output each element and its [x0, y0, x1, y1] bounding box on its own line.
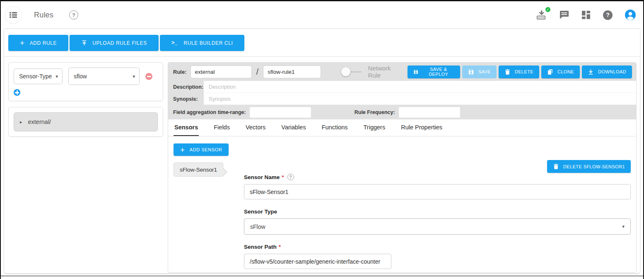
sensor-type-select[interactable]: sFlow ▾: [244, 218, 631, 235]
synopsis-input[interactable]: [204, 93, 636, 105]
sensor-name-input[interactable]: [244, 184, 631, 199]
add-rule-label: ADD RULE: [30, 40, 57, 46]
chat-icon: [560, 10, 569, 19]
rule-tabs: Sensors Fields Vectors Variables Functio…: [168, 119, 636, 136]
sensor-name-label: Sensor Name: [244, 174, 280, 180]
synopsis-row: Synopsis:: [168, 93, 636, 105]
topic-name-input[interactable]: [191, 66, 252, 78]
delete-button[interactable]: DELETE: [499, 66, 539, 78]
description-input[interactable]: [204, 81, 636, 93]
help-button[interactable]: ?: [603, 10, 613, 20]
save-button[interactable]: SAVE: [462, 66, 497, 78]
list-icon: [10, 12, 17, 18]
tab-functions[interactable]: Functions: [321, 119, 349, 136]
synopsis-label: Synopsis:: [168, 93, 204, 105]
chevron-down-icon: ▾: [133, 74, 135, 79]
topic-node-label: external/: [28, 119, 51, 125]
trash-icon: [504, 69, 511, 75]
rule-editor-panel: Rule: / Network Rule SAVE & DEPLOY: [168, 62, 637, 273]
save-icon: [468, 69, 474, 75]
clone-icon: [547, 69, 553, 75]
header-actions: ✓ ?: [536, 10, 636, 20]
add-sensor-button[interactable]: + ADD SENSOR: [174, 143, 229, 156]
delete-sensor-button[interactable]: DELETE SFLOW-SENSOR1: [547, 160, 631, 173]
tab-variables[interactable]: Variables: [280, 119, 306, 136]
rules-toolbar: + ADD RULE UPLOAD RULE FILES >_ RULE BUI…: [4, 29, 640, 57]
required-asterisk: *: [279, 244, 281, 250]
app-window: Rules ? ✓: [0, 0, 644, 279]
terminal-icon: >_: [171, 40, 178, 46]
delete-sensor-row: DELETE SFLOW-SENSOR1: [244, 160, 631, 173]
filter-value-text: sflow: [74, 73, 87, 80]
sensor-type-value: sFlow: [250, 223, 265, 230]
chevron-down-icon: ▾: [55, 74, 58, 79]
add-sensor-label: ADD SENSOR: [190, 147, 222, 152]
upload-rule-files-label: UPLOAD RULE FILES: [92, 40, 147, 46]
sensor-path-label: Sensor Path: [244, 244, 277, 250]
aggregation-row: Field aggregation time-range: Rule Frequ…: [168, 105, 636, 119]
sensor-name-help-icon[interactable]: ?: [287, 174, 294, 180]
apps-button[interactable]: [581, 10, 591, 19]
filter-field-select[interactable]: Sensor-Type ▾: [14, 68, 63, 84]
sensor-type-label-row: Sensor Type: [244, 209, 631, 215]
menu-button[interactable]: [5, 7, 22, 23]
page-bottom-divider: [1, 275, 643, 277]
sensor-type-label: Sensor Type: [244, 209, 277, 215]
tab-rule-properties[interactable]: Rule Properties: [400, 119, 443, 136]
plus-icon: +: [180, 146, 185, 154]
sensor-path-label-row: Sensor Path *: [244, 244, 631, 250]
rule-builder-cli-button[interactable]: >_ RULE BUILDER CLI: [160, 35, 245, 51]
tab-triggers[interactable]: Triggers: [363, 119, 386, 136]
sensors-tab-body: + ADD SENSOR sFlow-Sensor1 DELETE SFLOW-…: [168, 136, 636, 269]
upload-icon: [81, 40, 87, 46]
tab-fields[interactable]: Fields: [213, 119, 231, 136]
rule-frequency-input[interactable]: [398, 107, 461, 118]
app-header: Rules ? ✓: [1, 1, 643, 29]
topic-node-external[interactable]: ▸ external/: [14, 112, 158, 131]
filter-value-select[interactable]: sflow ▾: [68, 68, 140, 85]
save-label: SAVE: [478, 69, 491, 74]
chevron-down-icon: ▾: [622, 224, 625, 229]
rule-label: Rule:: [173, 69, 187, 75]
dashboard-grid-icon: [581, 10, 591, 19]
sensor-layout: sFlow-Sensor1 DELETE SFLOW-SENSOR1 Senso…: [174, 160, 631, 269]
add-rule-button[interactable]: + ADD RULE: [8, 35, 68, 51]
network-rule-toggle[interactable]: Network Rule: [342, 65, 404, 79]
filter-field-value: Sensor-Type: [19, 73, 52, 80]
sensor-path-input[interactable]: [244, 254, 391, 269]
tab-vectors[interactable]: Vectors: [245, 119, 266, 136]
save-icon: [413, 69, 418, 75]
rule-builder-cli-label: RULE BUILDER CLI: [183, 40, 233, 46]
page-title: Rules: [34, 11, 53, 19]
save-deploy-button[interactable]: SAVE & DEPLOY: [408, 66, 460, 78]
trash-icon: [553, 163, 559, 170]
download-button[interactable]: DOWNLOAD: [582, 66, 632, 78]
toggle-track: [342, 71, 361, 73]
success-badge-icon: ✓: [545, 6, 551, 13]
device-install-button[interactable]: ✓: [536, 10, 547, 20]
tab-sensors[interactable]: Sensors: [174, 119, 199, 136]
field-aggregation-label: Field aggregation time-range:: [173, 109, 246, 115]
topics-card: ▸ external/: [8, 107, 163, 137]
rule-name-input[interactable]: [263, 66, 321, 78]
field-aggregation-input[interactable]: [249, 107, 311, 118]
toggle-knob: [341, 67, 350, 76]
delete-sensor-label: DELETE SFLOW-SENSOR1: [563, 164, 625, 169]
sensor-list: sFlow-Sensor1: [174, 160, 234, 269]
account-button[interactable]: [625, 10, 636, 20]
upload-rule-files-button[interactable]: UPLOAD RULE FILES: [70, 35, 159, 51]
plus-icon: +: [20, 39, 25, 47]
page-help-icon[interactable]: ?: [69, 10, 78, 19]
required-asterisk: *: [282, 174, 284, 180]
download-icon: [588, 69, 594, 75]
clone-button[interactable]: CLONE: [541, 66, 580, 78]
add-filter-icon[interactable]: [14, 89, 20, 96]
save-deploy-label: SAVE & DEPLOY: [423, 67, 454, 77]
feedback-button[interactable]: [560, 10, 569, 19]
sensor-list-item[interactable]: sFlow-Sensor1: [174, 163, 223, 177]
remove-filter-icon[interactable]: [145, 73, 152, 80]
download-label: DOWNLOAD: [598, 69, 626, 74]
main-card: + ADD RULE UPLOAD RULE FILES >_ RULE BUI…: [4, 29, 640, 273]
content-area: Sensor-Type ▾ sflow ▾ ▸ extern: [4, 57, 640, 272]
sidebar: Sensor-Type ▾ sflow ▾ ▸ extern: [5, 62, 163, 143]
